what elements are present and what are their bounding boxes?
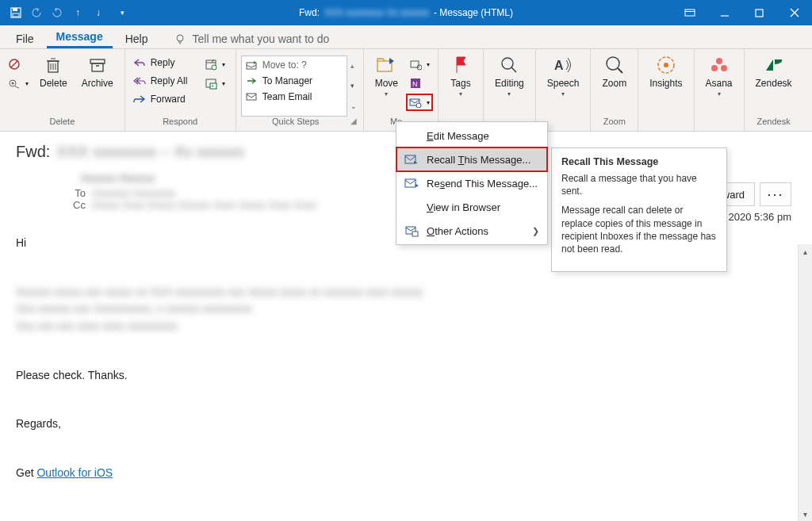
next-icon[interactable]: ↓ xyxy=(92,6,105,19)
speech-button[interactable]: ASpeech▾ xyxy=(541,52,586,117)
forward-arrow-icon xyxy=(133,93,146,105)
menu-view-in-browser[interactable]: View in Browser xyxy=(396,195,547,219)
tab-file[interactable]: File xyxy=(6,28,44,48)
svg-point-46 xyxy=(664,63,668,67)
minimize-button[interactable] xyxy=(707,0,742,25)
reply-button[interactable]: Reply xyxy=(130,54,200,71)
svg-point-48 xyxy=(711,65,718,71)
svg-point-49 xyxy=(721,65,727,71)
undo-icon[interactable] xyxy=(30,6,43,19)
move-to-icon xyxy=(245,59,258,71)
title-suffix: - Message (HTML) xyxy=(434,7,513,18)
vertical-scrollbar[interactable]: ▴ ▾ xyxy=(798,244,812,521)
recall-tooltip: Recall This Message Recall a message tha… xyxy=(551,147,727,272)
lightbulb-icon xyxy=(174,33,186,45)
tags-button[interactable]: Tags▾ xyxy=(443,52,478,117)
onenote-icon: N xyxy=(409,77,422,90)
zoom-button[interactable]: Zoom xyxy=(596,52,633,117)
zoom-icon xyxy=(603,54,626,76)
ribbon-group-quicksteps: Move to: ? To Manager Team Email ▴ ▾ ⌄ Q… xyxy=(236,49,364,131)
flag-icon xyxy=(450,54,472,76)
to-manager-icon xyxy=(245,75,258,87)
redo-icon[interactable] xyxy=(51,6,63,19)
junk-icon xyxy=(8,77,21,90)
chevron-right-icon: ❯ xyxy=(532,226,539,236)
quicksteps-up-icon[interactable]: ▴ xyxy=(350,62,357,70)
outlook-ios-link[interactable]: Outlook for iOS xyxy=(36,466,113,479)
menu-recall-message[interactable]: Recall This Message... xyxy=(396,147,547,171)
reply-icon xyxy=(133,56,146,69)
delete-button[interactable]: Delete xyxy=(33,52,74,117)
tell-me[interactable]: Tell me what you want to do xyxy=(174,33,330,48)
svg-line-41 xyxy=(511,67,516,72)
launcher-icon[interactable]: ◢ xyxy=(350,117,357,125)
menu-edit-message[interactable]: Edit Message xyxy=(396,124,547,147)
quicksteps-down-icon[interactable]: ▾ xyxy=(350,82,357,90)
previous-icon[interactable]: ↑ xyxy=(71,6,84,19)
tab-help[interactable]: Help xyxy=(116,28,158,48)
quick-steps-gallery[interactable]: Move to: ? To Manager Team Email xyxy=(241,56,347,117)
ribbon-group-respond: Reply Reply All Forward ▾ +▾ Respond xyxy=(125,49,236,131)
actions-dropdown: Edit Message Recall This Message... Rese… xyxy=(396,121,548,245)
window-title: Fwd: XXX xxxxxxxx Xx xxxxxx - Message (H… xyxy=(299,7,513,18)
more-respond-button[interactable]: +▾ xyxy=(201,75,228,92)
group-label-quicksteps: Quick Steps◢ xyxy=(241,117,358,131)
trash-icon xyxy=(42,54,64,76)
rules-button[interactable]: ▾ xyxy=(406,56,433,73)
ribbon-display-icon[interactable] xyxy=(672,0,707,25)
quicksteps-more-icon[interactable]: ⌄ xyxy=(350,102,357,110)
junk-button[interactable]: ▾ xyxy=(5,75,32,92)
title-bar: ↑ ↓ ▾ Fwd: XXX xxxxxxxx Xx xxxxxx - Mess… xyxy=(0,0,812,25)
maximize-button[interactable] xyxy=(742,0,777,25)
ribbon-tabs: File Message Help Tell me what you want … xyxy=(0,25,812,49)
svg-point-27 xyxy=(212,65,216,70)
svg-rect-53 xyxy=(412,232,418,236)
window-controls xyxy=(672,0,812,25)
group-label-delete: Delete xyxy=(5,117,120,131)
menu-other-actions[interactable]: Other Actions❯ xyxy=(396,219,547,243)
ignore-button[interactable] xyxy=(5,56,32,73)
svg-point-43 xyxy=(607,57,619,70)
delete-label: Delete xyxy=(40,79,67,90)
find-icon xyxy=(498,54,520,76)
reply-all-button[interactable]: Reply All xyxy=(130,72,200,90)
received-date: 2020 5:36 pm xyxy=(728,211,791,223)
move-button[interactable]: Move ▾ xyxy=(369,52,404,117)
ribbon-group-move: Move ▾ ▾ N ▾ Move xyxy=(364,49,439,131)
ribbon-group-zoom: Zoom Zoom xyxy=(591,49,638,131)
team-email-icon xyxy=(245,90,258,103)
scroll-down-icon[interactable]: ▾ xyxy=(799,507,812,521)
svg-point-40 xyxy=(502,58,513,69)
meeting-button[interactable]: ▾ xyxy=(201,56,228,73)
svg-point-39 xyxy=(416,103,421,108)
move-label: Move xyxy=(375,79,398,90)
forward-button[interactable]: Forward xyxy=(130,90,200,108)
tooltip-title: Recall This Message xyxy=(561,156,717,167)
zendesk-icon xyxy=(763,54,785,76)
archive-label: Archive xyxy=(82,79,113,90)
more-actions-button[interactable]: ··· xyxy=(760,182,791,206)
editing-button[interactable]: Editing▾ xyxy=(488,52,530,117)
tooltip-p1: Recall a message that you have sent. xyxy=(561,172,717,197)
ribbon-group-asana: Asana▾ xyxy=(695,49,745,131)
scroll-up-icon[interactable]: ▴ xyxy=(799,244,812,259)
actions-button[interactable]: ▾ xyxy=(406,94,433,111)
archive-button[interactable]: Archive xyxy=(75,52,120,117)
title-subject: XXX xxxxxxxx Xx xxxxxx xyxy=(324,7,429,18)
ribbon-group-editing: Editing▾ xyxy=(484,49,536,131)
resend-icon xyxy=(404,176,419,190)
insights-button[interactable]: Insights xyxy=(643,52,688,117)
ribbon-group-delete: ▾ Delete Archive Delete xyxy=(0,49,125,131)
menu-resend-message[interactable]: Resend This Message... xyxy=(396,171,547,195)
ribbon-group-tags: Tags▾ xyxy=(439,49,484,131)
zendesk-button[interactable]: Zendesk xyxy=(749,52,799,117)
qat-dropdown-icon[interactable]: ▾ xyxy=(116,6,128,19)
tell-me-label: Tell me what you want to do xyxy=(193,33,330,45)
onenote-button[interactable]: N xyxy=(406,75,433,92)
asana-button[interactable]: Asana▾ xyxy=(699,52,739,117)
actions-icon xyxy=(409,96,422,109)
svg-text:+: + xyxy=(211,83,214,89)
tab-message[interactable]: Message xyxy=(47,25,113,48)
save-icon[interactable] xyxy=(10,6,22,19)
close-button[interactable] xyxy=(777,0,812,25)
